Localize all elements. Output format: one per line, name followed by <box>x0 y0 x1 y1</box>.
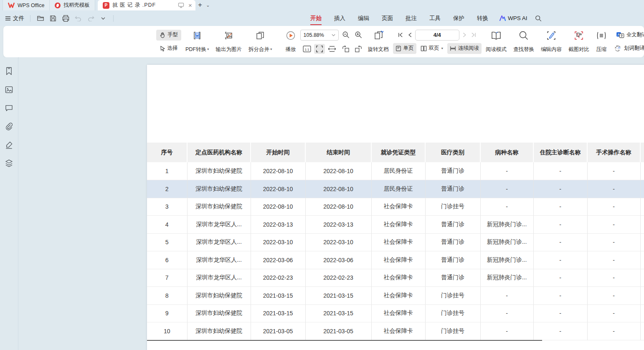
pdf-convert-label: PDF转换 <box>185 46 206 53</box>
single-page-icon <box>396 46 401 51</box>
zoom-level-combobox[interactable]: 105.88% <box>300 30 339 41</box>
save-button[interactable] <box>49 14 57 23</box>
pdf-convert-button[interactable]: PDF转换▾ <box>183 30 212 54</box>
table-cell: 2021-03-05 <box>251 322 305 340</box>
screen-cast-icon[interactable] <box>178 3 184 8</box>
first-page-button[interactable] <box>397 31 404 40</box>
comment-icon[interactable] <box>5 103 14 112</box>
edit-content-label: 编辑内容 <box>541 46 562 53</box>
continuous-reading-label: 连续阅读 <box>458 45 479 52</box>
more-quick-actions-chevron-icon[interactable] <box>99 14 107 23</box>
menu-item-edit[interactable]: 编辑 <box>352 10 375 26</box>
actual-size-button[interactable]: 1:1 <box>302 44 312 54</box>
rotate-document-label: 旋转文档 <box>368 46 389 53</box>
tab-wps-office[interactable]: WPS Office <box>3 0 50 10</box>
export-as-image-button[interactable]: 输出为图片 <box>213 30 245 54</box>
compress-icon <box>596 31 607 41</box>
play-slideshow-button[interactable]: 播放 <box>283 30 299 54</box>
table-cell: - <box>480 180 533 198</box>
chevron-down-icon <box>332 34 335 36</box>
menu-item-insert[interactable]: 插入 <box>328 10 352 26</box>
zoom-rotate-group <box>340 30 364 54</box>
table-cell: 4 <box>147 216 187 234</box>
word-translate-button[interactable]: xA 划词翻译 ▾ <box>611 43 644 54</box>
attachment-icon[interactable] <box>5 122 14 131</box>
fit-width-button[interactable] <box>327 44 337 54</box>
table-header-cell: 住院主诊断名称 <box>533 143 587 162</box>
table-cell: 新冠肺炎门诊... <box>480 251 533 269</box>
rotate-document-button[interactable]: 旋转文档 <box>365 30 391 54</box>
table-cell: - <box>533 322 587 340</box>
screenshot-compare-button[interactable]: 截图对比 <box>566 30 592 54</box>
read-mode-button[interactable]: 阅读模式 <box>483 30 509 54</box>
table-cell: 2022-08-10 <box>251 162 305 180</box>
ribbon-menu: 开始 插入 编辑 页面 批注 工具 保护 转换 WPS AI <box>304 10 543 26</box>
menu-item-comment[interactable]: 批注 <box>399 10 423 26</box>
rotate-right-button[interactable] <box>353 44 364 54</box>
pdf-page: 序号定点医药机构名称开始时间结束时间就诊凭证类型医疗类别病种名称住院主诊断名称手… <box>147 65 644 350</box>
zoom-in-button[interactable] <box>353 30 364 40</box>
signature-icon[interactable] <box>5 140 14 149</box>
tab-docer-templates[interactable]: 找稻壳模板 <box>50 0 95 10</box>
double-page-view-button[interactable]: 双页 ▾ <box>418 43 446 54</box>
full-text-translate-button[interactable]: A 全文翻译 <box>613 30 644 41</box>
menu-item-convert[interactable]: 转换 <box>471 10 494 26</box>
tab-document-pdf[interactable]: P 就 医 记 录 .PDF × <box>98 0 195 10</box>
chevron-down-icon: ▾ <box>270 48 272 51</box>
bookmark-icon[interactable] <box>5 66 14 76</box>
window-tab-bar: WPS Office 找稻壳模板 P 就 医 记 录 .PDF × + ⌄ <box>0 0 644 10</box>
single-page-view-button[interactable]: 单页 <box>393 43 416 54</box>
print-button[interactable] <box>61 14 70 23</box>
layers-icon[interactable] <box>5 158 14 168</box>
compress-button[interactable]: 压缩 <box>593 30 609 54</box>
table-cell: 深圳市妇幼保健院 <box>187 162 251 180</box>
wps-logo-icon <box>8 3 15 8</box>
edit-content-button[interactable]: 编辑内容 <box>538 30 564 54</box>
continuous-reading-button[interactable]: 连续阅读 <box>447 43 482 54</box>
table-cell: 深圳市龙华区人... <box>187 269 251 287</box>
find-replace-button[interactable]: 查找替换 <box>511 30 537 54</box>
open-file-button[interactable] <box>36 14 45 23</box>
table-cell: 社会保障卡 <box>371 269 425 287</box>
menu-item-home[interactable]: 开始 <box>304 10 328 26</box>
select-tool-button[interactable]: 选择 <box>157 43 181 54</box>
zoom-out-button[interactable] <box>340 30 351 40</box>
find-replace-label: 查找替换 <box>513 46 534 53</box>
menu-item-page[interactable]: 页面 <box>375 10 399 26</box>
table-cell: 2021-03-15 <box>251 287 305 305</box>
search-icon <box>519 31 529 41</box>
table-cell: - <box>587 162 640 180</box>
wps-ai-button[interactable]: WPS AI <box>494 15 532 21</box>
table-cell: 2022-08-10 <box>305 180 371 198</box>
thumbnail-icon[interactable] <box>5 85 14 94</box>
split-merge-icon <box>255 31 265 41</box>
table-row: 4深圳市龙华区人...2022-03-132022-03-13社会保障卡普通门诊… <box>147 216 644 234</box>
tab-close-icon[interactable]: × <box>188 2 192 8</box>
split-merge-button[interactable]: 拆分合并▾ <box>246 30 275 54</box>
tab-list-chevron-icon[interactable]: ⌄ <box>205 0 211 10</box>
table-cell: - <box>533 233 587 251</box>
document-canvas[interactable]: 序号定点医药机构名称开始时间结束时间就诊凭证类型医疗类别病种名称住院主诊断名称手… <box>19 57 644 350</box>
table-cell: 2022-08-10 <box>305 162 371 180</box>
table-cell: - <box>587 198 640 216</box>
previous-page-button[interactable] <box>406 31 413 40</box>
rotate-right-icon <box>355 46 362 52</box>
fit-page-button[interactable] <box>314 44 325 54</box>
undo-button[interactable] <box>74 14 82 23</box>
menu-item-protect[interactable]: 保护 <box>447 10 471 26</box>
file-menu-button[interactable]: 文件 <box>5 15 24 22</box>
next-page-button[interactable] <box>461 31 469 40</box>
hand-tool-button[interactable]: 手型 <box>156 30 181 41</box>
rotate-left-button[interactable] <box>340 44 351 54</box>
new-tab-button[interactable]: + <box>195 0 205 10</box>
table-cell: 深圳市龙华区人... <box>187 251 251 269</box>
ribbon-search-icon[interactable] <box>534 14 543 23</box>
table-cell <box>640 216 644 234</box>
table-cell: - <box>587 287 640 305</box>
menu-item-tools[interactable]: 工具 <box>423 10 447 26</box>
last-page-button[interactable] <box>470 31 478 40</box>
table-cell: 社会保障卡 <box>371 304 425 322</box>
table-cell: - <box>587 322 640 340</box>
redo-button[interactable] <box>86 14 95 23</box>
page-indicator-input[interactable]: 4/4 <box>415 30 459 41</box>
